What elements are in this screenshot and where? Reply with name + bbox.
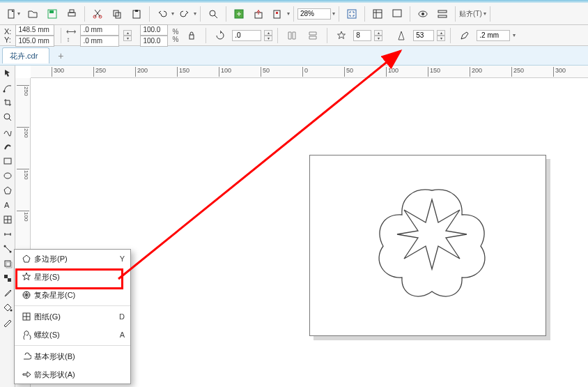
effects-tool[interactable] (1, 257, 14, 270)
mirror-h-button[interactable] (283, 27, 301, 44)
menu-item-spiral[interactable]: 螺纹(S) A (15, 326, 130, 344)
settings-button[interactable] (433, 6, 451, 22)
svg-point-11 (210, 10, 215, 16)
freehand-tool[interactable] (1, 126, 14, 138)
undo-button[interactable]: ▾ (153, 6, 174, 22)
crop-tool[interactable] (1, 96, 14, 109)
paste-button[interactable] (127, 6, 146, 22)
show-rulers-button[interactable] (369, 6, 387, 22)
save-button[interactable] (43, 6, 61, 22)
scale-y-input[interactable]: 100.0 (140, 36, 168, 47)
pick-tool[interactable] (1, 67, 14, 79)
svg-rect-16 (348, 10, 356, 18)
document-tabbar: 花卉.cdr + (0, 46, 588, 66)
star-icon (19, 272, 34, 282)
print-button[interactable] (63, 6, 81, 22)
zoom-input[interactable]: 28% (297, 8, 331, 20)
star-points-input[interactable]: 8 (353, 30, 371, 41)
outline-width-input[interactable]: .2 mm (477, 30, 510, 41)
svg-rect-10 (135, 10, 138, 12)
preview-button[interactable] (414, 6, 432, 22)
fullscreen-button[interactable] (343, 6, 361, 22)
svg-point-31 (9, 251, 11, 253)
publish-button[interactable]: ▾ (269, 6, 290, 22)
snap-label[interactable]: 贴齐(T) (459, 9, 482, 19)
transparency-tool[interactable] (1, 272, 14, 284)
spin-down[interactable]: ▾ (123, 36, 132, 41)
menu-item-star[interactable]: 星形(S) (15, 268, 130, 286)
svg-point-25 (4, 114, 10, 119)
copy-button[interactable] (108, 6, 126, 22)
table-tool[interactable] (1, 213, 14, 226)
fill-tool[interactable] (1, 301, 14, 314)
menu-item-arrow-shapes[interactable]: 箭头形状(A) (15, 365, 130, 384)
sharpness-icon (392, 27, 410, 44)
svg-marker-37 (397, 199, 467, 269)
svg-point-24 (3, 91, 5, 93)
artistic-media-tool[interactable] (1, 140, 14, 153)
svg-rect-21 (438, 10, 447, 13)
svg-rect-33 (6, 262, 12, 268)
svg-rect-2 (49, 10, 54, 13)
ruler-horizontal: 300 250 200 150 100 50 0 50 100 150 200 … (31, 66, 588, 78)
svg-rect-17 (373, 10, 382, 18)
polygon-tool[interactable] (1, 184, 14, 197)
svg-rect-14 (274, 10, 280, 18)
svg-rect-4 (70, 10, 74, 13)
rotation-input[interactable]: .0 (232, 30, 261, 41)
file-new-button[interactable]: ▾ (4, 6, 22, 22)
outline-tool[interactable] (1, 316, 14, 328)
redo-button[interactable]: ▾ (176, 6, 196, 22)
arrow-shapes-icon (19, 370, 34, 379)
lock-ratio-button[interactable] (183, 27, 201, 44)
ellipse-tool[interactable] (1, 169, 14, 182)
new-tab-button[interactable]: + (54, 49, 68, 63)
svg-point-20 (421, 13, 424, 15)
show-grid-button[interactable] (388, 6, 406, 22)
mirror-v-button[interactable] (304, 27, 322, 44)
menu-item-graph-paper[interactable]: 图纸(G) D (15, 308, 130, 326)
toolbox: A (0, 66, 15, 387)
svg-rect-26 (4, 158, 11, 164)
zoom-tool[interactable] (1, 111, 14, 123)
search-button[interactable] (204, 6, 222, 22)
star-sharpness-input[interactable]: 53 (413, 30, 434, 41)
polygon-flyout-menu: 多边形(P) Y 星形(S) 复杂星形(C) 图纸(G) D 螺纹(S) A 基… (14, 249, 131, 384)
import-button[interactable] (230, 6, 248, 22)
rectangle-tool[interactable] (1, 155, 14, 167)
drawing-page (309, 155, 546, 336)
width-input[interactable]: .0 mm (80, 24, 119, 36)
star-shape (394, 196, 470, 273)
cut-button[interactable] (88, 6, 107, 22)
text-tool[interactable]: A (1, 199, 14, 211)
menu-item-polygon[interactable]: 多边形(P) Y (15, 250, 130, 268)
height-input[interactable]: .0 mm (80, 36, 119, 47)
spin-up[interactable]: ▴ (123, 30, 132, 36)
y-label: Y: (4, 36, 11, 44)
zoom-dropdown-icon[interactable]: ▾ (332, 10, 335, 17)
connector-tool[interactable] (1, 243, 14, 255)
scale-x-input[interactable]: 100.0 (140, 24, 168, 36)
polygon-icon (19, 254, 34, 264)
property-bar: X: Y: 148.5 mm 105.0 mm ⟷ ↕ .0 mm .0 mm … (0, 25, 588, 46)
svg-rect-35 (8, 278, 11, 282)
svg-rect-18 (393, 10, 401, 17)
spiral-icon (19, 330, 34, 340)
menu-item-complex-star[interactable]: 复杂星形(C) (15, 286, 130, 304)
dimension-tool[interactable] (1, 228, 14, 241)
eyedropper-tool[interactable] (1, 287, 14, 299)
export-button[interactable] (249, 6, 268, 22)
basic-shapes-icon (19, 351, 34, 361)
x-input[interactable]: 148.5 mm (15, 24, 54, 36)
star-icon (332, 27, 350, 44)
svg-point-27 (4, 173, 11, 179)
svg-rect-32 (5, 261, 10, 266)
shape-tool[interactable] (1, 82, 14, 94)
file-open-button[interactable] (24, 6, 42, 22)
svg-rect-15 (276, 12, 278, 14)
document-tab-active[interactable]: 花卉.cdr (2, 47, 49, 63)
x-label: X: (4, 27, 11, 36)
menu-item-basic-shapes[interactable]: 基本形状(B) (15, 347, 130, 365)
svg-rect-3 (68, 13, 75, 16)
y-input[interactable]: 105.0 mm (15, 36, 54, 47)
